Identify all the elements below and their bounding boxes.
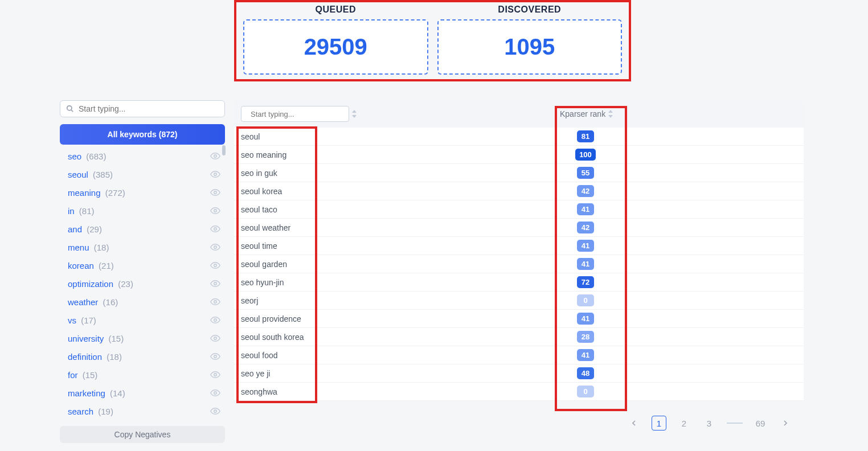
rank-badge: 55: [577, 167, 594, 179]
sidebar-keyword-item[interactable]: korean (21): [60, 256, 225, 274]
keyword-count: (19): [98, 407, 113, 416]
rank-cell: 81: [560, 130, 611, 142]
rank-badge: 0: [577, 294, 594, 306]
eye-icon[interactable]: [210, 206, 220, 216]
table-row[interactable]: seonghwa0: [234, 383, 804, 401]
rank-badge: 41: [577, 258, 594, 270]
sidebar-keyword-item[interactable]: menu (18): [60, 238, 225, 256]
table-row[interactable]: seoul south korea28: [234, 328, 804, 346]
table-row[interactable]: seoul time41: [234, 237, 804, 255]
sidebar-scrollbar-thumb[interactable]: [222, 145, 226, 155]
sidebar-keyword-item[interactable]: marketing (14): [60, 384, 225, 402]
keyword-cell: seo in guk: [234, 169, 560, 178]
table-row[interactable]: seo meaning100: [234, 146, 804, 164]
rank-column-header[interactable]: Kparser rank: [560, 109, 613, 118]
pagination-last-page[interactable]: 69: [753, 416, 768, 430]
svg-point-2: [214, 155, 217, 158]
sidebar-keyword-item[interactable]: search (19): [60, 402, 225, 420]
pagination-page-2[interactable]: 2: [677, 416, 691, 430]
sidebar-keyword-item[interactable]: optimization (23): [60, 274, 225, 293]
eye-icon[interactable]: [210, 278, 220, 289]
rank-cell: 41: [560, 240, 611, 252]
pagination-prev[interactable]: [627, 416, 641, 430]
keyword-count: (81): [79, 206, 95, 216]
sidebar-search-input[interactable]: [79, 104, 219, 113]
table-row[interactable]: seo hyun-jin72: [234, 273, 804, 292]
eye-icon[interactable]: [210, 169, 220, 179]
keyword-cell: seoul weather: [234, 223, 560, 232]
table-row[interactable]: seoul korea42: [234, 182, 804, 200]
eye-icon[interactable]: [210, 370, 220, 380]
rank-badge: 81: [577, 130, 594, 142]
sidebar-keyword-item[interactable]: vs (17): [60, 311, 225, 329]
table-row[interactable]: seo in guk55: [234, 164, 804, 182]
table-row[interactable]: seorj0: [234, 292, 804, 310]
sidebar-keyword-item[interactable]: in (81): [60, 202, 225, 220]
table-row[interactable]: seoul garden41: [234, 255, 804, 273]
table-row[interactable]: seo ye ji48: [234, 364, 804, 383]
stats-highlight-box: QUEUED 29509 DISCOVERED 1095: [234, 0, 631, 81]
rank-badge: 41: [577, 349, 594, 361]
rank-cell: 41: [560, 203, 611, 215]
sidebar-keyword-item[interactable]: definition (18): [60, 347, 225, 366]
table-row[interactable]: seoul taco41: [234, 200, 804, 219]
table-row[interactable]: seoul providence41: [234, 310, 804, 328]
keyword-count: (23): [118, 279, 133, 289]
keyword-word: korean: [68, 261, 94, 270]
queued-value: 29509: [304, 34, 367, 60]
rank-cell: 55: [560, 167, 611, 179]
table-row[interactable]: seoul81: [234, 128, 804, 146]
svg-point-7: [214, 246, 217, 249]
keyword-count: (17): [81, 315, 96, 325]
copy-negatives-button[interactable]: Copy Negatives: [60, 426, 225, 443]
table-row[interactable]: seoul weather42: [234, 219, 804, 237]
keyword-word: seo: [68, 151, 81, 161]
keyword-count: (15): [83, 370, 98, 380]
rank-cell: 100: [560, 149, 611, 161]
keyword-count: (385): [93, 170, 113, 179]
pagination-ellipsis: [727, 423, 743, 424]
sidebar-search[interactable]: [60, 100, 225, 117]
svg-point-4: [214, 191, 217, 194]
rank-cell: 28: [560, 331, 611, 343]
eye-icon[interactable]: [210, 187, 220, 198]
all-keywords-button[interactable]: All keywords (872): [60, 124, 225, 145]
rank-cell: 41: [560, 313, 611, 325]
sidebar-keyword-item[interactable]: weather (16): [60, 293, 225, 311]
eye-icon[interactable]: [210, 260, 220, 270]
keyword-cell: seoul food: [234, 351, 560, 360]
sidebar-keyword-item[interactable]: seoul (385): [60, 165, 225, 183]
eye-icon[interactable]: [210, 242, 220, 252]
eye-icon[interactable]: [210, 351, 220, 362]
pagination-page-3[interactable]: 3: [702, 416, 716, 430]
eye-icon[interactable]: [210, 333, 220, 343]
svg-point-11: [214, 319, 217, 322]
table-search[interactable]: [241, 106, 349, 122]
rank-badge: 100: [575, 149, 596, 161]
keyword-cell: seoul korea: [234, 187, 560, 196]
rank-cell: 0: [560, 294, 611, 306]
pagination-page-1[interactable]: 1: [652, 416, 666, 430]
eye-icon[interactable]: [210, 151, 220, 161]
sidebar-keyword-item[interactable]: for (15): [60, 366, 225, 384]
sidebar-keyword-item[interactable]: and (29): [60, 220, 225, 238]
eye-icon[interactable]: [210, 406, 220, 416]
pagination-next[interactable]: [778, 416, 793, 430]
eye-icon[interactable]: [210, 388, 220, 398]
svg-point-16: [214, 410, 217, 413]
sidebar-keyword-item[interactable]: meaning (272): [60, 183, 225, 202]
eye-icon[interactable]: [210, 224, 220, 234]
table-search-input[interactable]: [251, 110, 346, 118]
keyword-word: university: [68, 334, 104, 343]
eye-icon[interactable]: [210, 315, 220, 325]
keyword-cell: seonghwa: [234, 387, 560, 396]
sort-icon[interactable]: [351, 110, 357, 118]
sidebar-keyword-item[interactable]: seo (683): [60, 147, 225, 165]
table-row[interactable]: seoul food41: [234, 346, 804, 364]
eye-icon[interactable]: [210, 297, 220, 307]
sort-icon[interactable]: [608, 110, 613, 118]
table-body: seoul81seo meaning100seo in guk55seoul k…: [234, 128, 804, 401]
keyword-count: (683): [86, 151, 106, 161]
sidebar-keyword-item[interactable]: university (15): [60, 329, 225, 347]
keyword-word: menu: [68, 243, 89, 252]
